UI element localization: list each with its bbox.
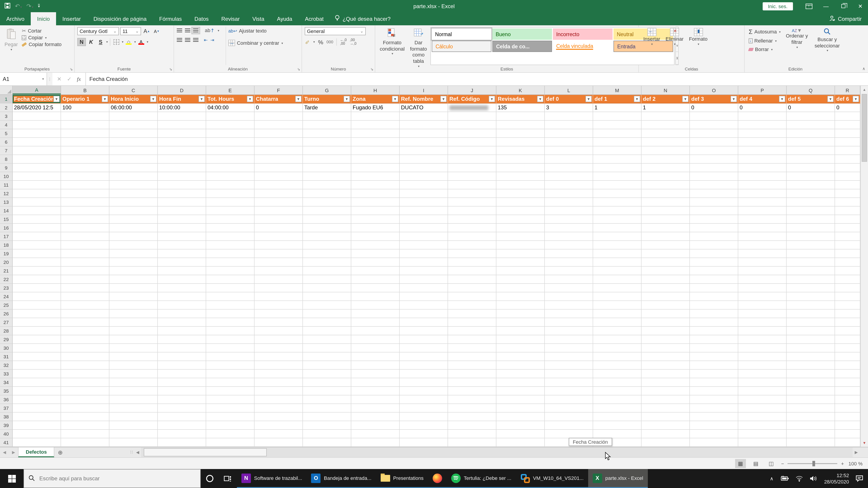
cell-P28[interactable] — [738, 327, 786, 335]
cell-K13[interactable] — [496, 198, 545, 206]
cell-F6[interactable] — [254, 138, 303, 147]
tell-me-box[interactable]: ¿Qué desea hacer? — [330, 12, 395, 25]
align-left-icon[interactable] — [177, 38, 182, 42]
cell-D25[interactable] — [158, 301, 206, 310]
zoom-level[interactable]: 100 % — [848, 461, 863, 466]
cell-L19[interactable] — [545, 250, 593, 258]
cell-A28[interactable] — [13, 327, 61, 335]
cell-P5[interactable] — [738, 129, 786, 138]
row-header-22[interactable]: 22 — [0, 275, 13, 284]
cell-C28[interactable] — [110, 327, 158, 335]
insert-cells-button[interactable]: ← Insertar▾ — [641, 27, 663, 65]
cell-A40[interactable] — [13, 430, 61, 438]
format-painter-button[interactable]: Copiar formato — [21, 41, 63, 48]
cell-D29[interactable] — [158, 335, 206, 344]
cell-J28[interactable] — [448, 327, 496, 335]
cell-N39[interactable] — [642, 421, 690, 430]
cell-G35[interactable] — [303, 387, 351, 395]
cell-O5[interactable] — [690, 129, 738, 138]
action-center-icon[interactable] — [855, 475, 864, 482]
sort-filter-button[interactable]: AZ▼ Ordenar y filtrar▾ — [783, 27, 811, 65]
cell-M25[interactable] — [593, 301, 642, 310]
cell-I13[interactable] — [400, 198, 448, 206]
cell-Q2[interactable]: 0 — [786, 103, 835, 112]
cell-L15[interactable] — [545, 215, 593, 224]
cell-C23[interactable] — [110, 284, 158, 292]
cell-E8[interactable] — [206, 155, 254, 164]
cell-M27[interactable] — [593, 318, 642, 327]
cell-B12[interactable] — [61, 189, 110, 198]
cell-B17[interactable] — [61, 232, 110, 241]
row-header-39[interactable]: 39 — [0, 421, 13, 430]
cell-L3[interactable] — [545, 112, 593, 121]
cell-O33[interactable] — [690, 369, 738, 378]
format-cells-button[interactable]: ▮ Formato▾ — [686, 27, 710, 65]
cell-C11[interactable] — [110, 181, 158, 189]
cell-M19[interactable] — [593, 250, 642, 258]
cell-B36[interactable] — [61, 395, 110, 404]
cell-H13[interactable] — [351, 198, 400, 206]
filter-dropdown-icon-A[interactable]: ▼ — [53, 96, 60, 102]
cell-R23[interactable] — [835, 284, 860, 292]
cell-L16[interactable] — [545, 224, 593, 232]
fill-color-dropdown-icon[interactable]: ▾ — [134, 40, 136, 44]
cell-R29[interactable] — [835, 335, 860, 344]
cell-H3[interactable] — [351, 112, 400, 121]
cell-I22[interactable] — [400, 275, 448, 284]
cell-N16[interactable] — [642, 224, 690, 232]
cell-F15[interactable] — [254, 215, 303, 224]
cell-I40[interactable] — [400, 430, 448, 438]
cell-O25[interactable] — [690, 301, 738, 310]
cell-O9[interactable] — [690, 164, 738, 172]
cell-C39[interactable] — [110, 421, 158, 430]
formula-input[interactable]: Fecha Creación — [86, 73, 868, 86]
cell-O35[interactable] — [690, 387, 738, 395]
cell-C33[interactable] — [110, 369, 158, 378]
cell-M20[interactable] — [593, 258, 642, 267]
cell-A14[interactable] — [13, 206, 61, 215]
cell-K9[interactable] — [496, 164, 545, 172]
cell-A32[interactable] — [13, 361, 61, 369]
cell-M31[interactable] — [593, 352, 642, 361]
underline-dropdown-icon[interactable]: ▾ — [106, 40, 108, 44]
row-header-35[interactable]: 35 — [0, 387, 13, 395]
cell-K21[interactable] — [496, 267, 545, 275]
cell-H32[interactable] — [351, 361, 400, 369]
cell-P37[interactable] — [738, 404, 786, 413]
minimize-button[interactable]: — — [818, 0, 834, 12]
cell-H16[interactable] — [351, 224, 400, 232]
cell-J5[interactable] — [448, 129, 496, 138]
cell-E37[interactable] — [206, 404, 254, 413]
cell-R8[interactable] — [835, 155, 860, 164]
cell-R40[interactable] — [835, 430, 860, 438]
cell-I37[interactable] — [400, 404, 448, 413]
cell-N28[interactable] — [642, 327, 690, 335]
cell-style-5[interactable]: Cálculo — [432, 41, 492, 52]
cell-R2[interactable]: 0 — [835, 103, 860, 112]
cell-H41[interactable] — [351, 438, 400, 447]
cell-E32[interactable] — [206, 361, 254, 369]
cell-R24[interactable] — [835, 292, 860, 301]
cell-I21[interactable] — [400, 267, 448, 275]
font-color-dropdown-icon[interactable]: ▾ — [147, 40, 148, 44]
cell-O40[interactable] — [690, 430, 738, 438]
cell-F21[interactable] — [254, 267, 303, 275]
cell-R4[interactable] — [835, 121, 860, 129]
cell-P11[interactable] — [738, 181, 786, 189]
cell-F24[interactable] — [254, 292, 303, 301]
column-header-R[interactable]: R — [835, 86, 860, 94]
cell-M18[interactable] — [593, 241, 642, 250]
row-header-25[interactable]: 25 — [0, 301, 13, 310]
cell-M13[interactable] — [593, 198, 642, 206]
cell-E19[interactable] — [206, 250, 254, 258]
cell-K31[interactable] — [496, 352, 545, 361]
conditional-formatting-button[interactable]: ≠ Formato condicional▾ — [377, 27, 407, 65]
cell-J41[interactable] — [448, 438, 496, 447]
cell-E38[interactable] — [206, 413, 254, 421]
cell-H7[interactable] — [351, 147, 400, 155]
cell-O29[interactable] — [690, 335, 738, 344]
ribbon-tab-inicio[interactable]: Inicio — [31, 12, 56, 25]
cell-O21[interactable] — [690, 267, 738, 275]
cell-O20[interactable] — [690, 258, 738, 267]
zoom-out-icon[interactable]: − — [781, 461, 784, 466]
